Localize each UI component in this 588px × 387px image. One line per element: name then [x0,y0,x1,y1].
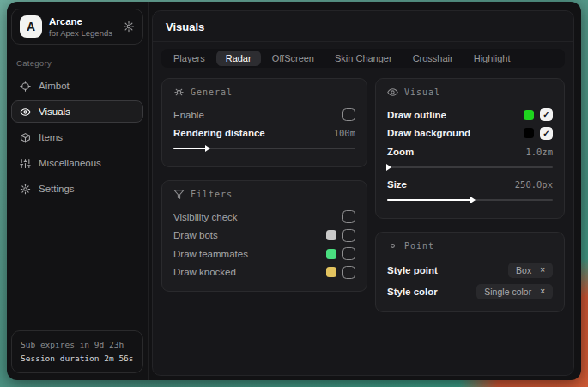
slider-thumb[interactable] [205,145,210,152]
sidebar: A Arcane for Apex Legends Category Aimbo… [7,2,149,380]
brand-card: A Arcane for Apex Legends [11,9,143,45]
slider-value: 100m [334,128,355,138]
app-logo: A [20,15,42,38]
tab-skin-changer[interactable]: Skin Changer [325,51,402,66]
checkbox-draw-background[interactable]: ✓ [540,127,553,140]
column-left: General EnableRendering distance100m Fil… [161,78,367,305]
setting-label: Rendering distance [173,128,265,138]
setting-row: Zoom1.0zm [387,142,553,161]
color-swatch[interactable] [326,230,336,240]
category-label: Category [16,58,138,68]
sidebar-nav: Aimbot Visuals Items Miscellaneous Setti… [11,75,143,200]
tabbar-wrap: Players Radar OffScreen Skin Changer Cro… [153,42,573,71]
main-wrap: Visuals Players Radar OffScreen Skin Cha… [149,2,581,380]
setting-row: Draw knocked [173,263,355,282]
slider-size[interactable] [387,197,553,203]
setting-label: Draw background [387,128,470,138]
sidebar-item-label: Items [39,132,63,142]
dot-icon [387,240,398,251]
panel-visual: Visual Draw outline✓Draw background✓Zoom… [375,78,565,219]
select-style-point[interactable]: Box × [508,263,553,278]
slider-fill [387,199,473,201]
sidebar-item-visuals[interactable]: Visuals [11,100,143,123]
setting-row: Visibility check [173,208,355,227]
panel-header: Visual [387,87,553,98]
eye-icon [20,106,31,118]
setting-label: Zoom [387,147,414,157]
setting-label: Draw bots [173,230,218,240]
tab-crosshair[interactable]: Crosshair [403,51,463,66]
select-style-color[interactable]: Single color × [476,284,553,299]
tab-players[interactable]: Players [164,51,215,66]
panel-title: General [191,88,233,97]
setting-row: Draw outline✓ [387,106,553,124]
setting-label: Draw teammates [173,249,248,259]
box-icon [20,132,31,143]
selected-option: Box [516,265,531,275]
slider-track [387,166,553,168]
setting-row: Draw bots [173,227,355,245]
eye-icon [387,87,398,98]
color-swatch[interactable] [326,267,336,277]
setting-row: Style color Single color × [387,281,553,302]
close-icon[interactable]: × [540,287,545,296]
tab-offscreen[interactable]: OffScreen [263,51,324,66]
main-header: Visuals [153,11,573,42]
panel-general: General EnableRendering distance100m [161,78,367,167]
panel-title: Visual [404,88,440,97]
sidebar-item-label: Miscellaneous [39,158,101,168]
color-swatch[interactable] [326,249,336,259]
panel-filters: Filters Visibility checkDraw botsDraw te… [161,180,367,292]
color-swatch[interactable] [524,110,534,120]
setting-label: Size [387,179,407,190]
sub-expires-text: Sub expires in 9d 23h [21,338,134,352]
gear-icon [20,184,31,195]
checkbox-draw-bots[interactable] [342,229,355,242]
setting-label: Style color [387,287,438,297]
setting-row: Draw background✓ [387,124,553,143]
sidebar-item-items[interactable]: Items [11,126,143,148]
slider-rendering-distance[interactable] [173,145,355,152]
setting-label: Draw knocked [173,267,236,277]
content: General EnableRendering distance100m Fil… [153,71,573,375]
setting-label: Visibility check [173,212,238,222]
slider-thumb[interactable] [386,164,391,171]
checkbox-enable[interactable] [342,108,355,121]
sun-icon [173,87,185,98]
sidebar-item-aimbot[interactable]: Aimbot [11,75,143,97]
panel-title: Point [404,241,434,251]
sidebar-item-label: Visuals [39,106,70,117]
app-window: A Arcane for Apex Legends Category Aimbo… [7,2,581,380]
setting-label: Style point [387,265,438,275]
setting-label: Enable [173,110,204,120]
setting-row: Rendering distance100m [173,124,355,143]
checkbox-draw-teammates[interactable] [342,247,355,260]
checkbox-visibility-check[interactable] [342,210,355,223]
slider-value: 250.0px [515,179,553,190]
tab-highlight[interactable]: Highlight [464,51,520,66]
setting-row: Size250.0px [387,176,553,195]
close-icon[interactable]: × [540,266,545,275]
sidebar-item-miscellaneous[interactable]: Miscellaneous [11,152,143,174]
main-panel: Visuals Players Radar OffScreen Skin Cha… [152,10,574,376]
color-swatch[interactable] [524,128,534,138]
setting-row: Enable [173,106,355,124]
app-subtitle: for Apex Legends [49,28,116,38]
selected-option: Single color [484,287,531,297]
subscription-info: Sub expires in 9d 23h Session duration 2… [11,330,143,373]
sidebar-item-label: Settings [39,184,75,194]
sidebar-item-settings[interactable]: Settings [11,178,143,200]
gear-icon[interactable] [123,21,135,33]
app-name: Arcane [49,16,116,27]
page-title: Visuals [166,21,561,33]
checkbox-draw-outline[interactable]: ✓ [540,108,553,121]
slider-thumb[interactable] [470,197,476,203]
panel-header: General [173,87,355,98]
slider-value: 1.0zm [525,147,553,157]
setting-row: Draw teammates [173,245,355,263]
setting-row: Style point Box × [387,259,553,281]
panel-point: Point Style point Box × Style color Sing… [375,232,565,312]
slider-zoom[interactable] [387,164,553,171]
tab-radar[interactable]: Radar [216,51,261,66]
checkbox-draw-knocked[interactable] [342,266,355,279]
